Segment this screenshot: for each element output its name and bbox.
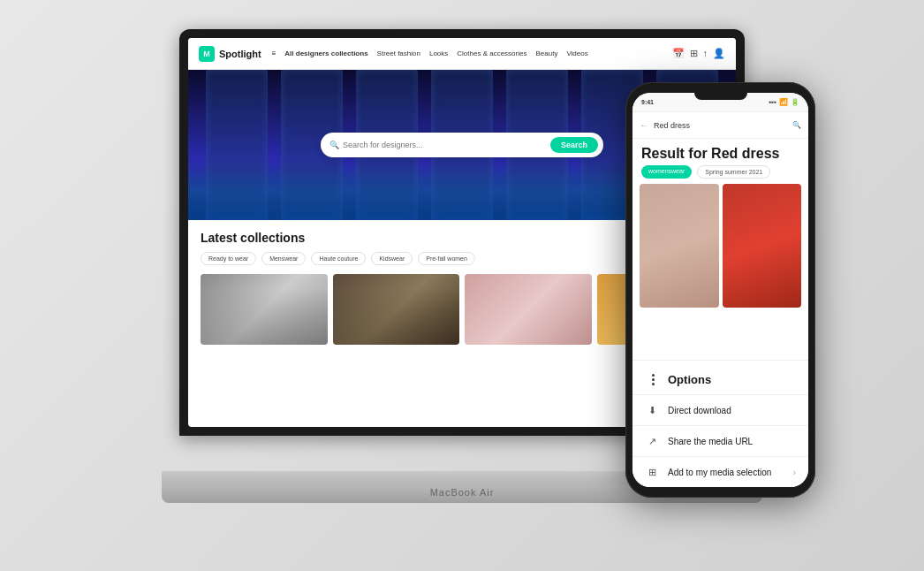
search-input[interactable] [343, 141, 550, 149]
nav-all-designers[interactable]: All designers collections [284, 49, 367, 57]
add-media-icon: ⊞ [645, 465, 659, 479]
wifi-icon: 📶 [779, 98, 788, 106]
signal-icon: ▪▪▪ [769, 98, 776, 106]
nav-videos[interactable]: Videos [566, 49, 587, 57]
dot-1 [652, 374, 655, 377]
phone-status-icons: ▪▪▪ 📶 🔋 [769, 98, 799, 106]
tag-ready-to-wear[interactable]: Ready to wear [201, 252, 256, 265]
phone-screen: 9:41 ▪▪▪ 📶 🔋 ← Red dress 🔍 [632, 93, 808, 487]
phone-options-panel: Options ⬇ Direct download ↗ Share the me… [632, 360, 808, 487]
option-label-download: Direct download [668, 406, 796, 415]
nav-street-fashion[interactable]: Street fashion [377, 49, 420, 57]
nav-beauty[interactable]: Beauty [535, 49, 557, 57]
grid-icon[interactable]: ⊞ [690, 48, 698, 59]
collection-img-3[interactable] [465, 274, 592, 345]
option-label-share: Share the media URL [668, 437, 796, 446]
option-direct-download[interactable]: ⬇ Direct download [632, 394, 808, 425]
collection-img-2[interactable] [333, 274, 460, 345]
site-logo: M Spotlight [199, 46, 261, 62]
nav-links: ≡ All designers collections Street fashi… [272, 49, 662, 57]
search-button[interactable]: Search [550, 137, 598, 153]
nav-icons: 📅 ⊞ ↑ 👤 [672, 48, 726, 59]
back-icon[interactable]: ← [640, 120, 648, 130]
filter-spring-summer[interactable]: Spring summer 2021 [697, 165, 770, 179]
hero-search[interactable]: 🔍 Search [321, 133, 603, 157]
phone-fashion-img-1[interactable] [640, 184, 719, 308]
nav-clothes[interactable]: Clothes & accessories [457, 49, 526, 57]
laptop-label: MacBook Air [430, 487, 495, 498]
calendar-icon[interactable]: 📅 [672, 48, 685, 59]
phone-images-grid [632, 184, 808, 360]
share-icon: ↗ [645, 434, 659, 448]
site-name: Spotlight [219, 49, 261, 59]
chevron-right-icon: › [793, 468, 796, 477]
laptop: M Spotlight ≡ All designers collections … [162, 29, 762, 542]
download-icon: ⬇ [645, 403, 659, 417]
collection-img-1[interactable] [201, 274, 328, 345]
option-add-media[interactable]: ⊞ Add to my media selection › [632, 456, 808, 487]
option-share-url[interactable]: ↗ Share the media URL [632, 425, 808, 456]
phone-content: Result for Red dress womenswear Spring s… [632, 139, 808, 360]
phone: 9:41 ▪▪▪ 📶 🔋 ← Red dress 🔍 [625, 82, 815, 498]
option-label-add-media: Add to my media selection [668, 468, 784, 477]
options-label: Options [668, 373, 711, 386]
tag-kidswear[interactable]: Kidswear [371, 252, 413, 265]
nav-looks[interactable]: Looks [429, 49, 448, 57]
phone-fashion-img-2[interactable] [723, 184, 802, 308]
dot-3 [652, 383, 655, 385]
phone-results-header: Result for Red dress [632, 139, 808, 165]
tag-haute-couture[interactable]: Haute couture [311, 252, 366, 265]
upload-icon[interactable]: ↑ [703, 48, 708, 59]
tag-pre-fall[interactable]: Pre-fall women [418, 252, 475, 265]
dot-2 [652, 378, 655, 381]
tag-menswear[interactable]: Menswear [261, 252, 306, 265]
search-icon: 🔍 [329, 141, 339, 149]
phone-search-right: 🔍 [792, 121, 801, 129]
phone-search-input[interactable]: Red dress [654, 121, 787, 130]
site-nav: M Spotlight ≡ All designers collections … [188, 38, 736, 70]
logo-icon: M [199, 46, 215, 62]
phone-notch [694, 93, 747, 100]
filter-womenswear[interactable]: womenswear [641, 165, 692, 179]
phone-filters: womenswear Spring summer 2021 [632, 165, 808, 184]
options-dots-icon [645, 371, 661, 387]
phone-time: 9:41 [641, 99, 769, 105]
phone-search-icon[interactable]: 🔍 [792, 121, 801, 129]
battery-icon: 🔋 [791, 98, 799, 106]
phone-search-bar[interactable]: ← Red dress 🔍 [632, 112, 808, 139]
phone-bezel: 9:41 ▪▪▪ 📶 🔋 ← Red dress 🔍 [625, 82, 815, 498]
phone-options-title: Options [632, 361, 808, 394]
user-icon[interactable]: 👤 [713, 48, 725, 59]
nav-icon[interactable]: ≡ [272, 49, 276, 57]
